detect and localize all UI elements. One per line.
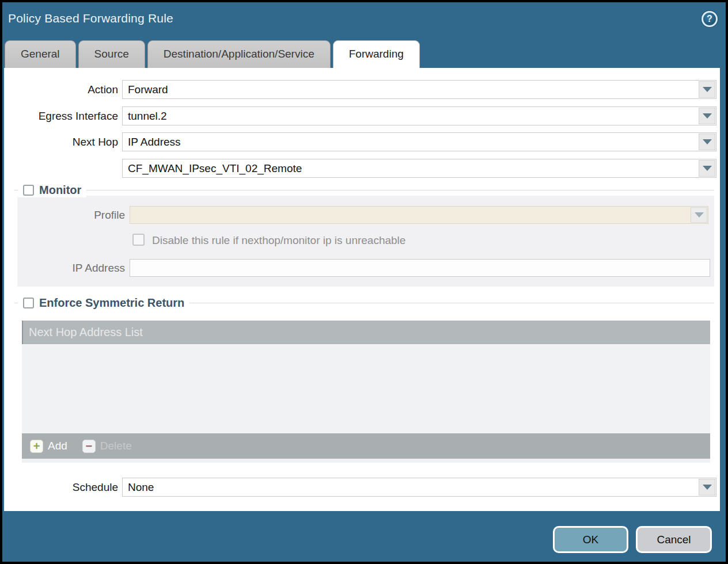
next-hop-address-value: CF_MWAN_IPsec_VTI_02_Remote [128, 162, 302, 175]
schedule-label: Schedule [4, 478, 118, 497]
chevron-down-icon [703, 139, 712, 144]
tab-general[interactable]: General [5, 40, 76, 68]
next-hop-address-row: CF_MWAN_IPsec_VTI_02_Remote [4, 159, 720, 178]
delete-button-label: Delete [100, 440, 132, 452]
table-toolbar: + Add − Delete [22, 433, 710, 459]
profile-row: Profile [17, 206, 714, 224]
add-button[interactable]: + Add [30, 440, 67, 453]
disable-rule-checkbox[interactable] [132, 234, 145, 246]
action-row: Action Forward [4, 80, 720, 99]
minus-icon: − [82, 440, 96, 453]
add-button-label: Add [48, 440, 67, 452]
next-hop-address-dropdown-button[interactable] [699, 160, 715, 177]
tab-bar: General Source Destination/Application/S… [5, 40, 420, 68]
egress-interface-row: Egress Interface tunnel.2 [4, 106, 720, 125]
cancel-button[interactable]: Cancel [636, 526, 712, 553]
next-hop-address-select[interactable]: CF_MWAN_IPsec_VTI_02_Remote [122, 159, 716, 178]
enforce-symmetric-return-legend-label: Enforce Symmetric Return [39, 296, 184, 310]
egress-interface-select[interactable]: tunnel.2 [122, 106, 716, 125]
schedule-row: Schedule None [4, 478, 720, 497]
forwarding-tab-panel: Action Forward Egress Interface tunnel.2 [4, 68, 720, 511]
enforce-symmetric-return-legend: Enforce Symmetric Return [18, 295, 189, 310]
chevron-down-icon [695, 212, 704, 218]
chevron-down-icon [703, 87, 712, 92]
egress-interface-label: Egress Interface [4, 106, 118, 125]
next-hop-address-list-header: Next Hop Address List [22, 321, 710, 344]
profile-select[interactable] [130, 206, 708, 224]
next-hop-value: IP Address [128, 136, 181, 148]
monitor-ip-address-row: IP Address [17, 259, 714, 277]
next-hop-row: Next Hop IP Address [4, 132, 720, 151]
monitor-group: Profile Disable this rule if nexthop/mon… [17, 196, 714, 287]
monitor-ip-address-input[interactable] [130, 259, 710, 277]
profile-dropdown-button[interactable] [691, 207, 707, 223]
next-hop-address-list-table: Next Hop Address List + Add − Delete [22, 321, 710, 463]
tab-destination-application-service[interactable]: Destination/Application/Service [147, 40, 331, 68]
monitor-legend: Monitor [18, 182, 86, 197]
monitor-group-border [14, 190, 714, 190]
schedule-dropdown-button[interactable] [699, 479, 715, 496]
help-icon[interactable]: ? [702, 11, 718, 27]
schedule-value: None [128, 481, 154, 494]
monitor-legend-label: Monitor [39, 184, 81, 197]
disable-rule-row: Disable this rule if nexthop/monitor ip … [17, 234, 714, 249]
delete-button[interactable]: − Delete [82, 440, 132, 453]
policy-based-forwarding-dialog: Policy Based Forwarding Rule ? General S… [2, 2, 726, 562]
profile-label: Profile [17, 206, 125, 224]
enforce-symmetric-return-checkbox[interactable] [23, 298, 34, 308]
chevron-down-icon [703, 485, 712, 490]
action-label: Action [4, 80, 118, 99]
next-hop-select[interactable]: IP Address [122, 132, 716, 151]
disable-rule-label: Disable this rule if nexthop/monitor ip … [152, 234, 405, 247]
tab-source[interactable]: Source [78, 40, 145, 68]
next-hop-label: Next Hop [4, 132, 118, 151]
dialog-title: Policy Based Forwarding Rule [8, 12, 173, 25]
next-hop-address-list-body [22, 344, 710, 433]
ok-button[interactable]: OK [553, 526, 628, 553]
chevron-down-icon [703, 166, 712, 171]
table-bottom-strip [22, 459, 710, 463]
schedule-select[interactable]: None [122, 478, 716, 497]
chevron-down-icon [703, 113, 712, 119]
next-hop-address-list-header-label: Next Hop Address List [29, 326, 143, 339]
action-value: Forward [128, 83, 168, 96]
egress-interface-dropdown-button[interactable] [699, 108, 715, 124]
monitor-ip-address-label: IP Address [17, 259, 125, 277]
action-select[interactable]: Forward [122, 80, 716, 99]
action-dropdown-button[interactable] [699, 81, 715, 98]
monitor-checkbox[interactable] [23, 185, 34, 196]
plus-icon: + [30, 440, 43, 453]
egress-interface-value: tunnel.2 [128, 110, 167, 123]
next-hop-dropdown-button[interactable] [699, 134, 715, 150]
tab-forwarding[interactable]: Forwarding [333, 40, 420, 68]
